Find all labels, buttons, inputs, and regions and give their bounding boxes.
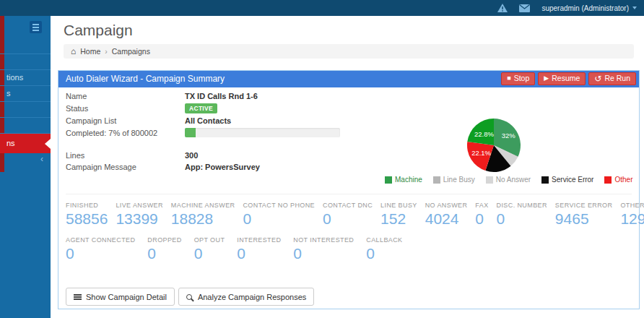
show-campaign-detail-label: Show Campaign Detail	[86, 293, 167, 301]
alert-icon[interactable]	[497, 4, 508, 12]
stat-label: CALLBACK	[366, 236, 402, 244]
stat-value: 4024	[425, 210, 468, 228]
section-divider	[66, 194, 632, 194]
stat-fax: FAX0	[475, 202, 488, 228]
home-icon: ⌂	[71, 47, 76, 56]
campaign-list-label: Campaign List	[66, 116, 116, 125]
campaign-message-label: Campaign Message	[66, 163, 136, 171]
resume-label: Resume	[552, 70, 580, 87]
panel-header: Auto Dialer Wizard - Campaign Summary ■S…	[58, 71, 639, 87]
sidebar-item-0[interactable]	[0, 53, 51, 69]
stat-label: AGENT CONNECTED	[66, 236, 135, 244]
stat-agent-connected: AGENT CONNECTED0	[66, 236, 135, 262]
chevron-down-icon	[632, 7, 637, 9]
stat-value: 152	[380, 210, 417, 228]
legend-item-line-busy[interactable]: Line Busy	[433, 176, 475, 184]
legend-swatch	[385, 176, 392, 184]
magnifier-icon	[186, 294, 192, 300]
legend-swatch	[486, 176, 493, 184]
stat-callback: CALLBACK0	[366, 236, 402, 262]
stat-label: SERVICE ERROR	[555, 202, 613, 209]
legend-label: Service Error	[552, 176, 593, 184]
legend-label: Other	[614, 176, 632, 184]
stat-other: OTHER12988	[620, 202, 644, 228]
sidebar-item-4[interactable]	[0, 117, 51, 133]
sidebar-menu: tionssns‹	[0, 53, 51, 166]
breadcrumb: ⌂ Home › Campaigns	[64, 44, 634, 59]
footer-buttons: Show Campaign Detail Analyze Campaign Re…	[66, 288, 314, 306]
legend-swatch	[433, 176, 440, 184]
stat-label: DROPPED	[147, 236, 181, 244]
status-badge: ACTIVE	[185, 103, 217, 113]
sidebar-collapse-chevron[interactable]: ‹	[0, 153, 51, 166]
stats-row-2: AGENT CONNECTED0DROPPED0OPT OUT0INTEREST…	[66, 236, 403, 262]
page-title: Campaign	[64, 22, 133, 39]
app-root: { "topbar": { "user": "superadmin (Admin…	[0, 0, 644, 318]
stat-value: 9465	[555, 210, 613, 228]
stat-label: LINE BUSY	[380, 202, 417, 209]
stat-interested: INTERESTED0	[237, 236, 281, 262]
stat-label: OTHER	[620, 202, 644, 209]
sidebar-item-3[interactable]	[0, 101, 51, 117]
completed-label: Completed: 7% of 800002	[66, 129, 157, 137]
stat-value: 0	[323, 210, 373, 228]
stat-label: CONTACT NO PHONE	[243, 202, 315, 209]
stat-contact-dnc: CONTACT DNC0	[323, 202, 373, 228]
stop-icon: ■	[507, 75, 510, 82]
stat-value: 0	[293, 245, 354, 262]
legend-label: Line Busy	[443, 176, 475, 184]
resume-button[interactable]: ▶Resume	[538, 72, 586, 85]
legend-swatch	[541, 176, 549, 184]
breadcrumb-home[interactable]: Home	[80, 47, 100, 56]
lines-value: 300	[185, 151, 198, 160]
stat-value: 12988	[620, 210, 644, 228]
completed-progress-fill	[185, 128, 196, 137]
stat-label: MACHINE ANSWER	[171, 202, 235, 209]
show-campaign-detail-button[interactable]: Show Campaign Detail	[66, 288, 175, 306]
stat-value: 13399	[116, 210, 162, 228]
stat-value: 0	[194, 245, 225, 262]
sidebar-toggle-button[interactable]	[30, 21, 42, 33]
topbar-right: superadmin (Administrator)	[497, 0, 637, 16]
rerun-icon: ↺	[594, 74, 601, 83]
stat-no-answer: NO ANSWER4024	[425, 202, 468, 228]
stat-value: 0	[243, 210, 315, 228]
list-icon	[74, 294, 82, 300]
user-menu[interactable]: superadmin (Administrator)	[541, 4, 637, 12]
panel-actions: ■Stop▶Resume↺Re Run	[501, 72, 636, 85]
stat-value: 0	[475, 210, 488, 228]
breadcrumb-current: Campaigns	[112, 47, 150, 56]
legend-item-other[interactable]: Other	[604, 176, 632, 184]
legend-item-machine[interactable]: Machine	[385, 176, 422, 184]
stat-value: 18828	[171, 210, 235, 228]
re-run-button[interactable]: ↺Re Run	[588, 72, 636, 85]
legend-item-no-answer[interactable]: No Answer	[486, 176, 531, 184]
stat-not-interested: NOT INTERESTED0	[293, 236, 354, 262]
pie-label-machine: 32%	[502, 132, 516, 139]
sidebar-item-1[interactable]: tions	[0, 69, 51, 85]
stat-value: 58856	[66, 210, 108, 228]
stat-live-answer: LIVE ANSWER13399	[116, 202, 162, 228]
sidebar-item-5[interactable]: ns	[0, 133, 51, 153]
topbar: superadmin (Administrator)	[0, 0, 644, 16]
legend-item-service-error[interactable]: Service Error	[541, 176, 593, 184]
stat-disc-number: DISC. NUMBER0	[497, 202, 547, 228]
mail-icon[interactable]	[519, 4, 530, 12]
stop-button[interactable]: ■Stop	[501, 72, 535, 85]
stat-line-busy: LINE BUSY152	[380, 202, 417, 228]
stat-value: 0	[366, 245, 402, 262]
stat-value: 0	[237, 245, 281, 262]
pie-label-live-answer: 22.8%	[474, 130, 494, 138]
stat-label: CONTACT DNC	[323, 202, 373, 209]
stat-label: FAX	[475, 202, 488, 209]
panel-body: Name TX ID Calls Rnd 1-6 Status ACTIVE C…	[58, 87, 639, 309]
analyze-campaign-responses-label: Analyze Campaign Responses	[198, 293, 306, 301]
campaign-summary-panel: Auto Dialer Wizard - Campaign Summary ■S…	[58, 70, 640, 309]
stat-label: INTERESTED	[237, 236, 281, 244]
sidebar-item-2[interactable]: s	[0, 85, 51, 101]
analyze-campaign-responses-button[interactable]: Analyze Campaign Responses	[178, 288, 314, 306]
name-label: Name	[66, 92, 87, 100]
stop-label: Stop	[514, 70, 530, 87]
stat-finished: FINISHED58856	[66, 202, 108, 228]
stat-service-error: SERVICE ERROR9465	[555, 202, 613, 228]
